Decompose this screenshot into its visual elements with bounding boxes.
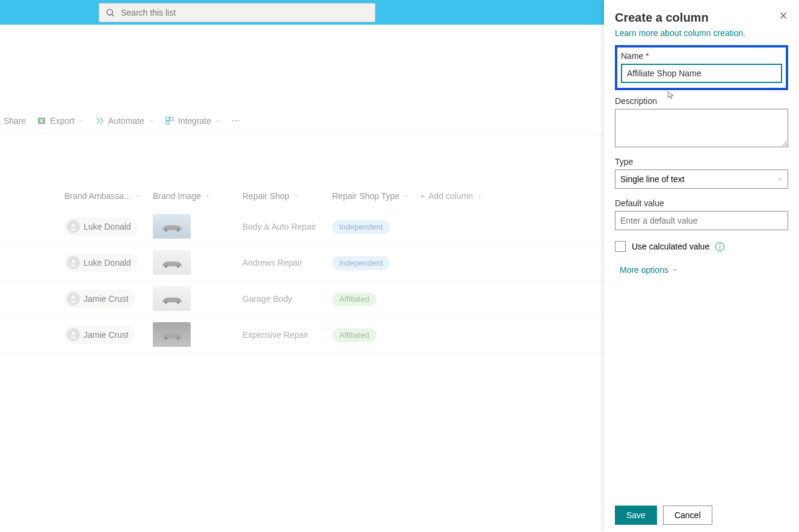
learn-more-link[interactable]: Learn more about column creation. — [615, 28, 788, 38]
type-label: Type — [615, 157, 788, 167]
description-input[interactable] — [615, 109, 788, 147]
chevron-down-icon — [215, 118, 221, 124]
chevron-down-icon — [777, 176, 783, 182]
svg-point-0 — [107, 9, 113, 14]
svg-point-12 — [72, 296, 75, 299]
svg-point-9 — [72, 260, 75, 263]
share-button[interactable]: Share — [4, 116, 26, 126]
shop-type-badge: Affiliated — [332, 292, 377, 306]
add-column-label: Add column — [428, 191, 473, 201]
search-input[interactable] — [121, 8, 369, 17]
add-column-button[interactable]: + Add column — [420, 191, 483, 201]
repair-shop-value: Expensive Repair — [242, 330, 332, 340]
brand-image-thumbnail[interactable] — [153, 250, 191, 275]
export-button[interactable]: Export — [37, 116, 84, 126]
user-name: Luke Donald — [84, 258, 131, 268]
shop-type-badge: Independent — [332, 220, 390, 234]
svg-point-13 — [164, 301, 167, 304]
avatar — [67, 220, 80, 233]
column-label: Brand Ambassa... — [64, 191, 131, 201]
repair-shop-value: Body & Auto Repair — [242, 222, 332, 231]
user-name: Jamie Crust — [84, 294, 129, 304]
svg-point-15 — [72, 332, 75, 335]
plus-icon: + — [420, 191, 425, 201]
avatar — [67, 328, 80, 341]
shop-type-badge: Affiliated — [332, 328, 377, 342]
repair-shop-value: Andrews Repair — [242, 258, 332, 268]
svg-line-1 — [112, 14, 114, 16]
column-label: Repair Shop — [242, 191, 289, 201]
svg-point-7 — [164, 228, 167, 231]
column-header-repair-shop[interactable]: Repair Shop — [242, 191, 332, 201]
name-field-highlight: Name * — [615, 45, 788, 90]
use-calculated-checkbox[interactable] — [615, 241, 626, 252]
user-chip[interactable]: Luke Donald — [64, 218, 137, 236]
svg-point-10 — [164, 264, 167, 268]
more-options-toggle[interactable]: More options — [620, 265, 788, 275]
column-name-input[interactable] — [621, 64, 782, 83]
use-calculated-label: Use calculated value — [632, 242, 709, 251]
chevron-down-icon — [672, 267, 678, 273]
user-chip[interactable]: Jamie Crust — [64, 326, 135, 344]
more-options-label: More options — [620, 265, 668, 275]
chevron-down-icon — [293, 193, 299, 199]
user-name: Luke Donald — [84, 222, 131, 231]
svg-rect-3 — [166, 117, 169, 120]
user-name: Jamie Crust — [84, 330, 129, 340]
chevron-down-icon — [135, 193, 141, 199]
column-header-repair-shop-type[interactable]: Repair Shop Type — [332, 191, 420, 201]
svg-rect-4 — [170, 117, 173, 120]
create-column-panel: Create a column Learn more about column … — [604, 0, 799, 532]
chevron-down-icon — [205, 193, 211, 199]
more-button[interactable]: ··· — [232, 116, 241, 126]
shop-type-badge: Independent — [332, 256, 390, 270]
svg-point-14 — [176, 301, 179, 304]
close-icon[interactable] — [779, 11, 788, 20]
brand-image-thumbnail[interactable] — [153, 286, 191, 311]
panel-title: Create a column — [615, 11, 709, 25]
svg-rect-5 — [166, 121, 169, 124]
brand-image-thumbnail[interactable] — [153, 214, 191, 239]
column-header-image[interactable]: Brand Image — [153, 191, 242, 201]
search-icon — [105, 8, 115, 17]
name-label: Name * — [621, 51, 782, 61]
column-header-ambassador[interactable]: Brand Ambassa... — [64, 191, 153, 201]
automate-button[interactable]: Automate — [95, 116, 154, 126]
svg-point-17 — [176, 337, 179, 340]
user-chip[interactable]: Luke Donald — [64, 254, 137, 272]
flow-icon — [95, 116, 105, 126]
svg-point-8 — [176, 228, 179, 231]
automate-label: Automate — [108, 116, 144, 126]
cancel-button[interactable]: Cancel — [663, 506, 712, 525]
save-button[interactable]: Save — [615, 506, 657, 525]
info-icon[interactable]: i — [715, 242, 724, 251]
integrate-label: Integrate — [178, 116, 211, 126]
export-label: Export — [50, 116, 74, 126]
user-chip[interactable]: Jamie Crust — [64, 290, 135, 308]
cursor-icon — [667, 89, 675, 101]
avatar — [67, 292, 80, 305]
avatar — [67, 256, 80, 269]
chevron-down-icon — [403, 193, 409, 199]
share-label: Share — [4, 116, 26, 126]
chevron-down-icon — [78, 118, 84, 124]
chevron-down-icon — [148, 118, 154, 124]
chevron-down-icon — [477, 193, 483, 199]
svg-point-6 — [72, 224, 75, 227]
excel-icon — [37, 116, 46, 126]
repair-shop-value: Garage Body — [242, 294, 332, 304]
brand-image-thumbnail[interactable] — [153, 322, 191, 347]
search-box[interactable] — [99, 3, 375, 22]
description-label: Description — [615, 96, 788, 106]
default-value-input[interactable] — [615, 211, 788, 230]
column-label: Brand Image — [153, 191, 201, 201]
column-label: Repair Shop Type — [332, 191, 400, 201]
default-value-label: Default value — [615, 198, 788, 208]
type-dropdown[interactable]: Single line of text — [615, 170, 788, 189]
type-value: Single line of text — [620, 174, 685, 184]
panel-footer: Save Cancel — [615, 498, 788, 525]
integrate-icon — [165, 116, 174, 126]
svg-point-16 — [164, 337, 167, 340]
svg-point-11 — [176, 264, 179, 268]
integrate-button[interactable]: Integrate — [165, 116, 221, 126]
